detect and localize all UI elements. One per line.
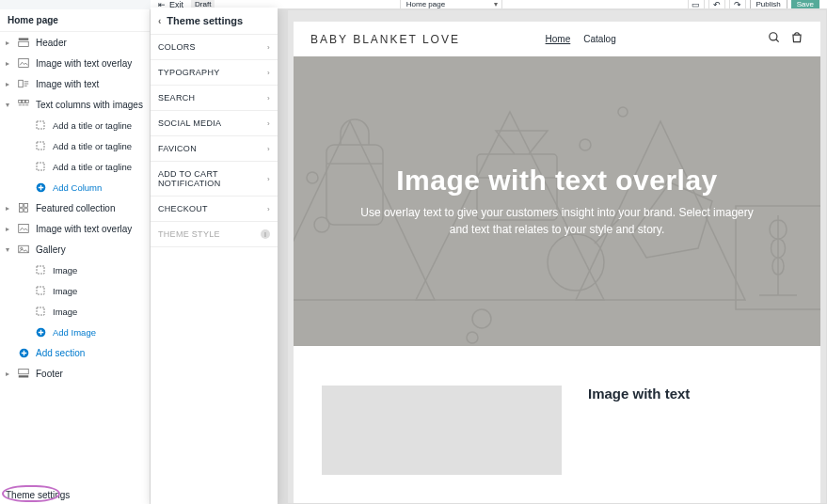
page-selector[interactable]: Home page bbox=[400, 0, 502, 9]
img-overlay-icon bbox=[17, 222, 30, 235]
section-item[interactable]: ▸Image with text bbox=[0, 73, 150, 94]
hero-title: Image with text overlay bbox=[396, 165, 718, 197]
block-icon bbox=[34, 305, 47, 318]
settings-row-label: Search bbox=[158, 93, 195, 102]
theme-settings-link[interactable]: Theme settings bbox=[6, 490, 70, 500]
nav-home[interactable]: Home bbox=[546, 34, 571, 44]
add-action[interactable]: Add Column bbox=[0, 177, 150, 197]
svg-rect-15 bbox=[37, 163, 44, 170]
settings-row-label: Checkout bbox=[158, 204, 208, 213]
viewport-icon[interactable]: ▭ bbox=[688, 0, 705, 9]
back-icon[interactable]: ‹ bbox=[158, 16, 161, 26]
svg-rect-30 bbox=[19, 375, 29, 377]
below-title: Image with text bbox=[588, 386, 690, 402]
settings-row-label: Social media bbox=[158, 118, 221, 128]
gallery-icon bbox=[17, 243, 30, 256]
section-item[interactable]: ▾Gallery bbox=[0, 239, 150, 260]
section-block[interactable]: Image bbox=[0, 301, 150, 322]
chevron-icon: ▸ bbox=[4, 370, 11, 378]
block-icon bbox=[34, 263, 47, 276]
chevron-icon: ▾ bbox=[4, 101, 11, 109]
chevron-icon: ▸ bbox=[4, 80, 11, 88]
add-action[interactable]: Add Image bbox=[0, 322, 150, 342]
settings-row-label: Theme style bbox=[158, 229, 220, 239]
svg-rect-17 bbox=[20, 204, 24, 208]
section-item[interactable]: ▸Featured collection bbox=[0, 197, 150, 218]
section-label: Text columns with images bbox=[36, 100, 143, 110]
plus-icon bbox=[17, 346, 30, 359]
chevron-right-icon: › bbox=[267, 69, 270, 77]
settings-header: ‹ Theme settings bbox=[151, 8, 278, 35]
section-item[interactable]: ▸Image with text overlay bbox=[0, 218, 150, 239]
settings-row-typography[interactable]: Typography› bbox=[151, 60, 278, 86]
svg-rect-29 bbox=[19, 370, 29, 374]
svg-point-37 bbox=[307, 172, 318, 183]
svg-rect-9 bbox=[25, 101, 28, 103]
chevron-right-icon: › bbox=[267, 145, 270, 153]
image-placeholder bbox=[322, 386, 562, 475]
svg-rect-18 bbox=[24, 204, 28, 208]
chevron-icon: ▸ bbox=[4, 39, 11, 47]
add-action[interactable]: Add section bbox=[0, 342, 150, 363]
settings-row-label: Colors bbox=[158, 42, 196, 52]
section-item[interactable]: ▾Text columns with images bbox=[0, 94, 150, 115]
svg-rect-14 bbox=[37, 142, 44, 150]
svg-rect-24 bbox=[37, 266, 44, 274]
chevron-right-icon: › bbox=[267, 205, 270, 213]
brand-title: BABY BLANKET LOVE bbox=[310, 33, 460, 46]
section-block[interactable]: Add a title or tagline bbox=[0, 135, 150, 156]
svg-point-42 bbox=[618, 107, 628, 117]
section-item[interactable]: ▸Header bbox=[0, 32, 150, 53]
publish-button[interactable]: Publish bbox=[750, 0, 787, 9]
svg-rect-0 bbox=[19, 39, 29, 40]
preview-area: BABY BLANKET LOVE Home Catalog bbox=[287, 9, 827, 504]
save-button[interactable]: Save bbox=[791, 0, 819, 9]
settings-row-checkout[interactable]: Checkout› bbox=[151, 197, 278, 222]
block-icon bbox=[34, 284, 47, 297]
svg-point-40 bbox=[467, 332, 478, 343]
section-label: Add a title or tagline bbox=[53, 120, 132, 131]
chevron-icon: ▾ bbox=[4, 245, 11, 254]
svg-rect-20 bbox=[24, 209, 28, 213]
section-label: Header bbox=[36, 38, 67, 48]
below-text: Image with text bbox=[588, 386, 690, 475]
section-block[interactable]: Add a title or tagline bbox=[0, 156, 150, 177]
section-label: Gallery bbox=[36, 244, 66, 255]
svg-rect-7 bbox=[19, 101, 22, 103]
svg-rect-3 bbox=[19, 80, 24, 87]
section-block[interactable]: Image bbox=[0, 280, 150, 301]
nav-catalog[interactable]: Catalog bbox=[583, 34, 615, 44]
plus-icon bbox=[34, 181, 47, 194]
settings-row-search[interactable]: Search› bbox=[151, 86, 278, 111]
section-label: Add a title or tagline bbox=[53, 141, 132, 151]
chevron-right-icon: › bbox=[267, 94, 270, 102]
section-block[interactable]: Add a title or tagline bbox=[0, 115, 150, 135]
svg-rect-2 bbox=[19, 59, 29, 68]
svg-rect-25 bbox=[37, 287, 44, 294]
header-icon bbox=[17, 36, 30, 49]
section-item[interactable]: ▸Image with text overlay bbox=[0, 53, 150, 73]
block-icon bbox=[34, 139, 47, 152]
settings-row-colors[interactable]: Colors› bbox=[151, 35, 278, 60]
site-frame: BABY BLANKET LOVE Home Catalog bbox=[294, 22, 820, 503]
section-label: Featured collection bbox=[36, 203, 116, 213]
settings-row-favicon[interactable]: Favicon› bbox=[151, 136, 278, 162]
svg-point-41 bbox=[580, 139, 591, 150]
block-icon bbox=[34, 160, 47, 173]
search-icon[interactable] bbox=[768, 31, 781, 47]
chevron-icon: ▸ bbox=[4, 204, 11, 213]
header-icons bbox=[768, 31, 803, 47]
section-block[interactable]: Image bbox=[0, 260, 150, 280]
svg-rect-19 bbox=[20, 209, 24, 213]
section-label: Image with text bbox=[36, 79, 99, 89]
section-item[interactable]: ▸Footer bbox=[0, 363, 150, 384]
redo-icon[interactable]: ↷ bbox=[729, 0, 746, 9]
settings-row-add-to-cart-notification[interactable]: Add to cart notification› bbox=[151, 162, 278, 197]
svg-rect-1 bbox=[19, 41, 29, 46]
settings-row-theme-style: Theme stylei bbox=[151, 222, 278, 247]
undo-icon[interactable]: ↶ bbox=[708, 0, 725, 9]
settings-row-social-media[interactable]: Social media› bbox=[151, 111, 278, 136]
section-label: Add section bbox=[36, 348, 85, 358]
bag-icon[interactable] bbox=[790, 31, 803, 47]
hero-text: Use overlay text to give your customers … bbox=[359, 204, 755, 238]
